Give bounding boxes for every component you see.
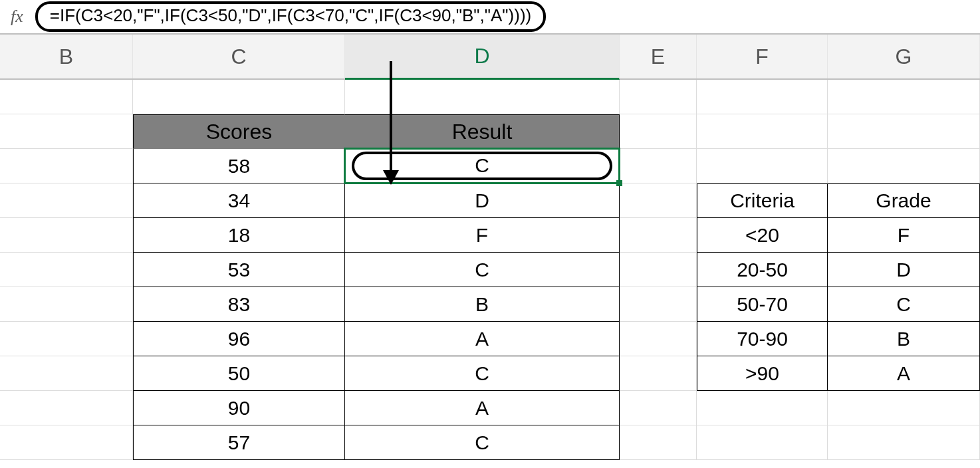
cell[interactable]	[0, 391, 133, 425]
cell[interactable]	[697, 80, 828, 114]
cell[interactable]	[620, 218, 697, 253]
cell[interactable]	[620, 114, 697, 149]
col-header-c[interactable]: C	[133, 35, 345, 78]
cell[interactable]	[828, 114, 980, 149]
formula-input[interactable]: =IF(C3<20,"F",IF(C3<50,"D",IF(C3<70,"C",…	[35, 1, 546, 31]
score-cell[interactable]: 50	[133, 356, 345, 391]
result-cell[interactable]: C	[345, 425, 620, 460]
criteria-cell[interactable]: <20	[697, 218, 828, 253]
score-cell[interactable]: 57	[133, 425, 345, 460]
result-value: C	[475, 154, 489, 177]
scores-header[interactable]: Scores	[133, 114, 345, 149]
result-cell[interactable]: A	[345, 322, 620, 356]
fill-handle[interactable]	[616, 180, 622, 186]
result-header[interactable]: Result	[345, 114, 620, 149]
cell[interactable]	[697, 114, 828, 149]
grade-cell[interactable]: C	[828, 287, 980, 322]
cell[interactable]	[620, 287, 697, 322]
result-cell[interactable]: B	[345, 287, 620, 322]
score-cell[interactable]: 18	[133, 218, 345, 253]
cell[interactable]	[697, 149, 828, 183]
cell[interactable]	[697, 391, 828, 425]
cell[interactable]	[620, 80, 697, 114]
cell[interactable]	[828, 80, 980, 114]
criteria-header[interactable]: Criteria	[697, 183, 828, 218]
criteria-cell[interactable]: 20-50	[697, 253, 828, 287]
score-cell[interactable]: 96	[133, 322, 345, 356]
formula-bar: fx =IF(C3<20,"F",IF(C3<50,"D",IF(C3<70,"…	[0, 0, 980, 35]
result-cell[interactable]: C	[345, 356, 620, 391]
result-cell[interactable]: F	[345, 218, 620, 253]
result-cell[interactable]: C	[345, 253, 620, 287]
score-cell[interactable]: 53	[133, 253, 345, 287]
result-cell[interactable]: A	[345, 391, 620, 425]
col-header-d[interactable]: D	[345, 35, 620, 80]
cell[interactable]	[828, 425, 980, 460]
cell[interactable]	[620, 356, 697, 391]
cell[interactable]	[133, 80, 345, 114]
cell[interactable]	[620, 391, 697, 425]
spreadsheet-grid[interactable]: Scores Result 58 C 34 D Criteria Grade 1…	[0, 80, 980, 460]
cell[interactable]	[620, 183, 697, 218]
grade-cell[interactable]: F	[828, 218, 980, 253]
cell[interactable]	[0, 322, 133, 356]
score-cell[interactable]: 58	[133, 149, 345, 183]
score-cell[interactable]: 83	[133, 287, 345, 322]
result-cell[interactable]: D	[345, 183, 620, 218]
cell[interactable]	[697, 425, 828, 460]
cell[interactable]	[0, 253, 133, 287]
grade-header[interactable]: Grade	[828, 183, 980, 218]
active-cell[interactable]: C	[345, 149, 620, 183]
cell[interactable]	[620, 425, 697, 460]
cell[interactable]	[345, 80, 620, 114]
grade-cell[interactable]: A	[828, 356, 980, 391]
criteria-cell[interactable]: 70-90	[697, 322, 828, 356]
col-header-g[interactable]: G	[828, 35, 980, 78]
cell[interactable]	[0, 114, 133, 149]
cell[interactable]	[620, 322, 697, 356]
cell[interactable]	[0, 425, 133, 460]
cell[interactable]	[828, 149, 980, 183]
cell[interactable]	[0, 149, 133, 183]
cell[interactable]	[0, 218, 133, 253]
grade-cell[interactable]: D	[828, 253, 980, 287]
cell[interactable]	[0, 183, 133, 218]
col-header-b[interactable]: B	[0, 35, 133, 78]
score-cell[interactable]: 90	[133, 391, 345, 425]
col-header-e[interactable]: E	[620, 35, 697, 78]
col-header-f[interactable]: F	[697, 35, 828, 78]
score-cell[interactable]: 34	[133, 183, 345, 218]
cell[interactable]	[620, 253, 697, 287]
cell[interactable]	[0, 356, 133, 391]
column-headers-row: B C D E F G	[0, 35, 980, 80]
cell[interactable]	[620, 149, 697, 183]
fx-icon[interactable]: fx	[11, 7, 23, 27]
cell[interactable]	[0, 287, 133, 322]
criteria-cell[interactable]: 50-70	[697, 287, 828, 322]
cell[interactable]	[828, 391, 980, 425]
cell[interactable]	[0, 80, 133, 114]
grade-cell[interactable]: B	[828, 322, 980, 356]
criteria-cell[interactable]: >90	[697, 356, 828, 391]
